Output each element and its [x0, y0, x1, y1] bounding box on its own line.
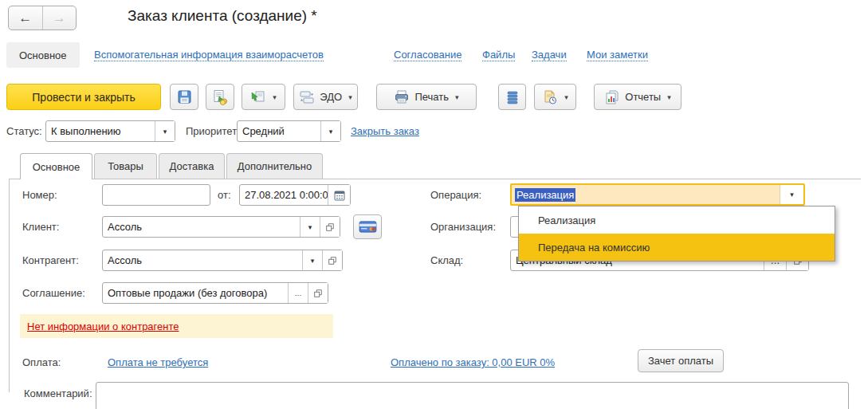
open-icon: [328, 256, 337, 265]
back-button[interactable]: ←: [9, 6, 43, 29]
tab-delivery[interactable]: Доставка: [159, 153, 225, 179]
priority-select[interactable]: Средний ▾: [237, 120, 341, 142]
back-arrow-icon: ←: [18, 10, 32, 26]
save-icon: [177, 89, 192, 104]
print-icon: [394, 89, 410, 104]
reminder-button[interactable]: ▾: [534, 84, 576, 110]
agreement-open-button[interactable]: [308, 283, 328, 303]
tab-goods[interactable]: Товары: [94, 153, 157, 179]
counterparty-label: Контрагент:: [22, 254, 79, 266]
agreement-choose-button[interactable]: …: [288, 283, 308, 303]
tab-main[interactable]: Основное: [20, 153, 92, 179]
page-title: Заказ клиента (создание) *: [128, 7, 317, 25]
forward-button[interactable]: →: [43, 6, 77, 29]
reports-icon: [604, 89, 620, 105]
operation-combobox[interactable]: Реализация ▾: [510, 183, 805, 206]
edo-button[interactable]: ЭДО ▾: [293, 84, 358, 110]
stack-icon: [506, 90, 519, 104]
tab-panel-border-left: [9, 179, 10, 392]
status-dropdown-arrow[interactable]: ▾: [155, 121, 175, 141]
dropdown-option-realization[interactable]: Реализация: [519, 206, 835, 234]
calendar-button[interactable]: [328, 185, 350, 205]
tab-panel-border-top: [9, 179, 861, 179]
document-clock-icon: [542, 89, 558, 105]
print-button[interactable]: Печать ▾: [376, 84, 477, 110]
dropdown-option-commission[interactable]: Передача на комиссию: [519, 234, 835, 261]
client-field[interactable]: Ассоль ▾: [102, 216, 340, 238]
comment-input[interactable]: [96, 382, 849, 409]
reports-dropdown-arrow: ▾: [667, 93, 671, 101]
counterparty-field[interactable]: Ассоль ▾: [102, 250, 343, 271]
open-icon: [313, 289, 323, 298]
post-document-button[interactable]: [206, 84, 234, 110]
organization-label: Организация:: [430, 221, 496, 233]
counterparty-warning-link[interactable]: Нет информации о контрагенте: [27, 321, 179, 332]
counterparty-dropdown-arrow[interactable]: ▾: [302, 250, 322, 270]
client-dropdown-arrow[interactable]: ▾: [300, 217, 320, 237]
priority-label: Приоритет:: [186, 125, 240, 137]
operation-dropdown-list: Реализация Передача на комиссию: [518, 206, 835, 262]
credit-card-icon: [359, 220, 377, 234]
number-field-wrap: [102, 184, 210, 206]
reminder-dropdown-arrow: ▾: [564, 93, 568, 101]
open-icon: [325, 222, 335, 232]
post-document-icon: [212, 89, 228, 105]
forward-arrow-icon: →: [53, 10, 66, 26]
print-dropdown-arrow: ▾: [455, 93, 459, 101]
nav-item-files[interactable]: Файлы: [482, 49, 515, 61]
nav-item-my-notes[interactable]: Мои заметки: [587, 49, 648, 61]
order-window: ← → Заказ клиента (создание) * Основное …: [0, 0, 868, 409]
paid-by-order-link[interactable]: Оплачено по заказу: 0,00 EUR 0%: [391, 356, 555, 368]
counterparty-warning-band: Нет информации о контрагенте: [20, 314, 333, 338]
date-field[interactable]: 27.08.2021 0:00:00: [239, 184, 351, 206]
tab-additional[interactable]: Дополнительно: [226, 153, 323, 179]
create-based-on-icon: [250, 89, 266, 105]
nav-item-tasks[interactable]: Задачи: [532, 49, 567, 61]
payment-offset-button[interactable]: Зачет оплаты: [638, 349, 724, 372]
create-based-on-button[interactable]: ▾: [242, 84, 285, 110]
operation-label: Операция:: [430, 189, 481, 201]
number-input[interactable]: [103, 185, 210, 205]
save-button[interactable]: [170, 84, 198, 110]
nav-item-aux-info[interactable]: Вспомогательная информация взаиморасчето…: [94, 49, 324, 61]
agreement-label: Соглашение:: [22, 287, 85, 299]
payment-not-required-link[interactable]: Оплата не требуется: [108, 356, 208, 368]
agreement-field[interactable]: Оптовые продажи (без договора) …: [102, 282, 328, 304]
nav-history-buttons: ← →: [8, 6, 77, 30]
number-label: Номер:: [22, 189, 57, 201]
operation-dropdown-arrow[interactable]: ▾: [780, 185, 803, 204]
nav-item-main[interactable]: Основное: [6, 42, 80, 68]
client-label: Клиент:: [22, 221, 59, 233]
payment-card-button[interactable]: [353, 214, 382, 239]
document-register-button[interactable]: [498, 84, 526, 110]
reports-button[interactable]: Отчеты ▾: [594, 84, 681, 110]
payment-label: Оплата:: [22, 356, 61, 368]
warehouse-label: Склад:: [430, 254, 463, 266]
operation-selected-text: Реализация: [515, 188, 575, 202]
calendar-icon: [334, 190, 345, 201]
edo-dropdown-arrow: ▾: [348, 93, 352, 101]
post-and-close-button[interactable]: Провести и закрыть: [6, 84, 161, 110]
counterparty-open-button[interactable]: [322, 250, 342, 270]
status-select[interactable]: К выполнению ▾: [45, 120, 175, 142]
edo-icon: [299, 90, 315, 104]
comment-label: Комментарий:: [24, 387, 92, 399]
priority-dropdown-arrow[interactable]: ▾: [320, 121, 340, 141]
client-open-button[interactable]: [320, 217, 340, 237]
close-order-link[interactable]: Закрыть заказ: [351, 125, 419, 137]
create-based-on-dropdown-arrow: ▾: [273, 93, 277, 101]
date-label: от:: [218, 189, 231, 201]
nav-item-approval[interactable]: Согласование: [394, 49, 461, 61]
status-label: Статус:: [6, 125, 42, 137]
